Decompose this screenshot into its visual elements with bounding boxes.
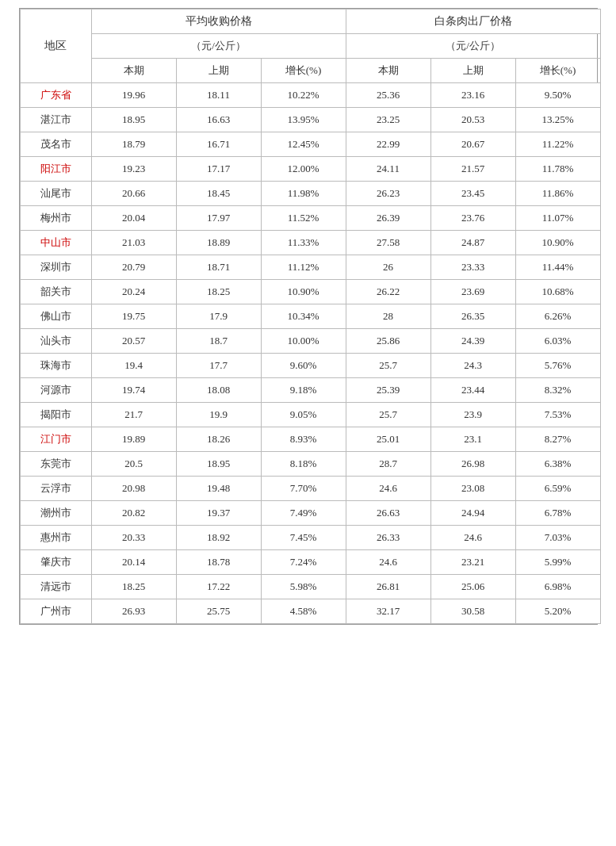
table-row: 佛山市19.7517.910.34%2826.356.26% xyxy=(20,304,600,329)
data-cell: 23.1 xyxy=(430,427,515,452)
data-cell: 20.79 xyxy=(91,255,176,280)
data-cell: 18.71 xyxy=(176,255,261,280)
data-cell: 22.99 xyxy=(346,132,430,157)
table-row: 韶关市20.2418.2510.90%26.2223.6910.68% xyxy=(20,280,600,304)
data-cell: 18.92 xyxy=(176,526,261,550)
data-cell: 26.39 xyxy=(346,206,430,231)
data-cell: 32.17 xyxy=(346,599,430,624)
section1-unit: （元/公斤） xyxy=(91,34,346,59)
data-cell: 18.78 xyxy=(176,550,261,575)
data-cell: 7.24% xyxy=(261,550,346,575)
s2-current-header: 本期 xyxy=(346,59,430,83)
data-cell: 8.27% xyxy=(515,427,600,452)
data-cell: 9.60% xyxy=(261,354,346,378)
region-header: 地区 xyxy=(20,10,91,83)
header-row-main: 地区 平均收购价格 白条肉出厂价格 xyxy=(20,10,600,34)
data-cell: 9.05% xyxy=(261,403,346,427)
data-cell: 26.63 xyxy=(346,501,430,526)
region-cell: 汕尾市 xyxy=(20,182,91,206)
data-cell: 26.93 xyxy=(91,599,176,624)
data-cell: 7.70% xyxy=(261,477,346,501)
data-cell: 13.95% xyxy=(261,108,346,132)
data-cell: 16.71 xyxy=(176,132,261,157)
region-cell: 佛山市 xyxy=(20,304,91,329)
data-cell: 19.75 xyxy=(91,304,176,329)
price-table: 地区 平均收购价格 白条肉出厂价格 （元/公斤） （元/公斤） xyxy=(20,9,601,624)
data-cell: 17.17 xyxy=(176,157,261,182)
data-cell: 10.00% xyxy=(261,329,346,354)
data-cell: 24.87 xyxy=(430,231,515,255)
region-cell: 东莞市 xyxy=(20,452,91,477)
data-cell: 7.53% xyxy=(515,403,600,427)
data-cell: 25.36 xyxy=(346,83,430,108)
table-row: 阳江市19.2317.1712.00%24.1121.5711.78% xyxy=(20,157,600,182)
data-cell: 18.25 xyxy=(176,280,261,304)
data-cell: 19.37 xyxy=(176,501,261,526)
data-cell: 25.7 xyxy=(346,354,430,378)
data-cell: 7.49% xyxy=(261,501,346,526)
data-cell: 26.23 xyxy=(346,182,430,206)
data-cell: 6.26% xyxy=(515,304,600,329)
data-cell: 11.33% xyxy=(261,231,346,255)
region-cell: 茂名市 xyxy=(20,132,91,157)
region-cell: 阳江市 xyxy=(20,157,91,182)
data-cell: 6.03% xyxy=(515,329,600,354)
table-row: 惠州市20.3318.927.45%26.3324.67.03% xyxy=(20,526,600,550)
s1-prev-header: 上期 xyxy=(176,59,261,83)
data-cell: 25.7 xyxy=(346,403,430,427)
data-cell: 19.4 xyxy=(91,354,176,378)
region-cell: 云浮市 xyxy=(20,477,91,501)
region-cell: 梅州市 xyxy=(20,206,91,231)
data-cell: 18.95 xyxy=(91,108,176,132)
data-cell: 26 xyxy=(346,255,430,280)
data-cell: 13.25% xyxy=(515,108,600,132)
region-cell: 河源市 xyxy=(20,378,91,403)
region-cell: 湛江市 xyxy=(20,108,91,132)
data-cell: 11.86% xyxy=(515,182,600,206)
data-cell: 20.66 xyxy=(91,182,176,206)
data-cell: 10.90% xyxy=(515,231,600,255)
data-cell: 17.7 xyxy=(176,354,261,378)
data-cell: 23.08 xyxy=(430,477,515,501)
data-cell: 19.74 xyxy=(91,378,176,403)
data-cell: 25.01 xyxy=(346,427,430,452)
data-cell: 20.33 xyxy=(91,526,176,550)
data-cell: 9.18% xyxy=(261,378,346,403)
data-cell: 8.32% xyxy=(515,378,600,403)
data-cell: 16.63 xyxy=(176,108,261,132)
region-cell: 清远市 xyxy=(20,575,91,599)
data-cell: 20.24 xyxy=(91,280,176,304)
section2-header: 白条肉出厂价格 xyxy=(346,10,600,34)
data-cell: 17.22 xyxy=(176,575,261,599)
data-cell: 20.98 xyxy=(91,477,176,501)
table-row: 河源市19.7418.089.18%25.3923.448.32% xyxy=(20,378,600,403)
data-cell: 23.9 xyxy=(430,403,515,427)
s2-growth-header: 增长(%) xyxy=(515,59,600,83)
data-cell: 26.81 xyxy=(346,575,430,599)
data-cell: 30.58 xyxy=(430,599,515,624)
table-row: 肇庆市20.1418.787.24%24.623.215.99% xyxy=(20,550,600,575)
table-row: 东莞市20.518.958.18%28.726.986.38% xyxy=(20,452,600,477)
data-cell: 5.20% xyxy=(515,599,600,624)
data-cell: 28 xyxy=(346,304,430,329)
table-row: 云浮市20.9819.487.70%24.623.086.59% xyxy=(20,477,600,501)
table-row: 茂名市18.7916.7112.45%22.9920.6711.22% xyxy=(20,132,600,157)
data-cell: 6.78% xyxy=(515,501,600,526)
s1-current-header: 本期 xyxy=(91,59,176,83)
data-cell: 25.75 xyxy=(176,599,261,624)
data-cell: 25.39 xyxy=(346,378,430,403)
data-cell: 8.93% xyxy=(261,427,346,452)
data-cell: 18.45 xyxy=(176,182,261,206)
data-cell: 26.35 xyxy=(430,304,515,329)
table-row: 汕尾市20.6618.4511.98%26.2323.4511.86% xyxy=(20,182,600,206)
table-row: 清远市18.2517.225.98%26.8125.066.98% xyxy=(20,575,600,599)
data-cell: 10.90% xyxy=(261,280,346,304)
data-cell: 19.9 xyxy=(176,403,261,427)
table-row: 潮州市20.8219.377.49%26.6324.946.78% xyxy=(20,501,600,526)
main-table-container: 地区 平均收购价格 白条肉出厂价格 （元/公斤） （元/公斤） xyxy=(19,8,598,625)
data-cell: 23.21 xyxy=(430,550,515,575)
data-cell: 19.23 xyxy=(91,157,176,182)
data-cell: 8.18% xyxy=(261,452,346,477)
table-row: 深圳市20.7918.7111.12%2623.3311.44% xyxy=(20,255,600,280)
data-cell: 26.22 xyxy=(346,280,430,304)
